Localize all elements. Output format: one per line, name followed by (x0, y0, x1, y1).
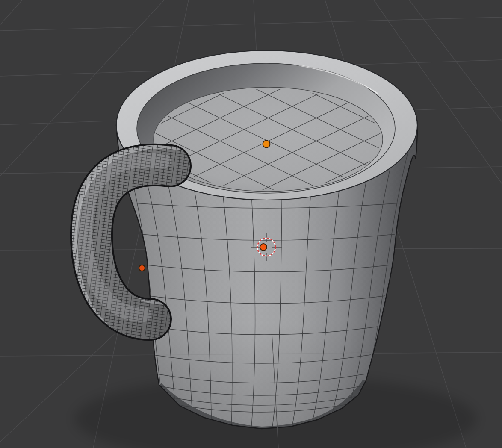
viewport-canvas[interactable] (0, 0, 502, 448)
object-origin-handle[interactable] (139, 265, 145, 271)
object-origin-mug[interactable] (263, 141, 270, 148)
handle-surface (43, 133, 214, 355)
viewport[interactable] (0, 0, 502, 448)
object-origin-selected[interactable] (260, 244, 267, 251)
mesh-object-handle[interactable] (43, 133, 214, 355)
